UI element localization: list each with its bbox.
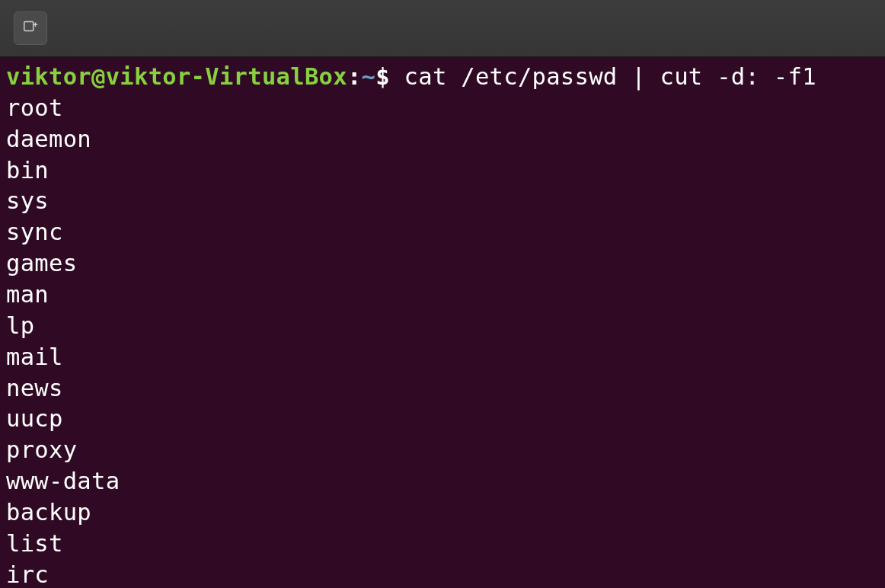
- output-line: games: [6, 248, 879, 280]
- output-line: root: [6, 93, 879, 124]
- prompt-user-host: viktor@viktor-VirtualBox: [6, 63, 347, 90]
- new-tab-button[interactable]: [14, 11, 47, 45]
- output-line: backup: [6, 497, 879, 529]
- output-line: www-data: [6, 466, 879, 497]
- output-line: list: [6, 529, 879, 560]
- output-line: mail: [6, 342, 879, 373]
- output-line: man: [6, 280, 879, 311]
- prompt-dollar: $: [375, 63, 390, 90]
- output-line: proxy: [6, 435, 879, 466]
- new-tab-icon: [22, 18, 39, 38]
- terminal-output-area[interactable]: viktor@viktor-VirtualBox:~$ cat /etc/pas…: [0, 57, 885, 588]
- output-line: lp: [6, 311, 879, 342]
- prompt-command: cat /etc/passwd | cut -d: -f1: [390, 63, 816, 90]
- output-line: sys: [6, 186, 879, 217]
- output-line: bin: [6, 155, 879, 187]
- prompt-line: viktor@viktor-VirtualBox:~$ cat /etc/pas…: [6, 62, 879, 93]
- output-line: daemon: [6, 124, 879, 155]
- prompt-path: ~: [362, 63, 376, 90]
- prompt-colon: :: [347, 63, 362, 90]
- output-line: news: [6, 373, 879, 404]
- output-line: sync: [6, 217, 879, 248]
- output-line: irc: [6, 560, 879, 588]
- output-line: uucp: [6, 404, 879, 435]
- window-titlebar: [0, 0, 885, 57]
- svg-rect-0: [24, 22, 34, 31]
